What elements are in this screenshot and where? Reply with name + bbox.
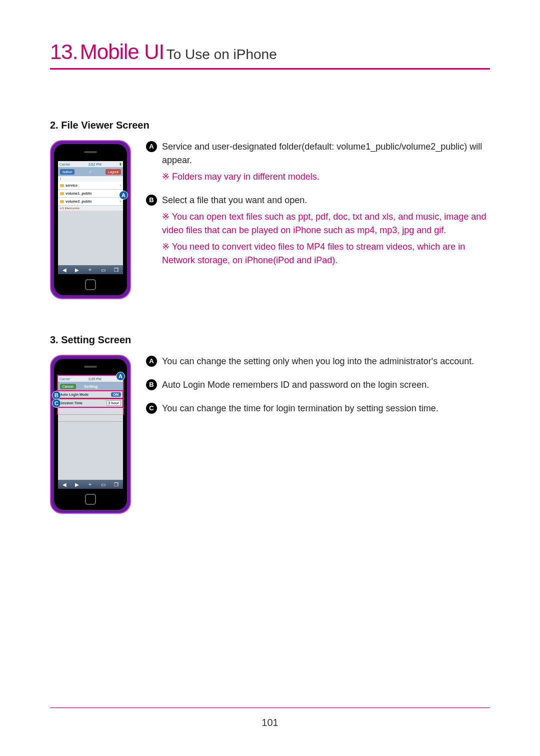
setting-row-auto-login[interactable]: B Auto Login Mode ON bbox=[58, 391, 123, 399]
nav-title: Setting bbox=[84, 384, 98, 389]
time-label: 3:25 PM bbox=[88, 377, 102, 381]
list-item[interactable]: service › bbox=[58, 182, 123, 190]
auto-login-toggle[interactable]: ON bbox=[111, 392, 122, 397]
note: ※ Folders may vary in different models. bbox=[162, 170, 490, 184]
chapter-subtitle: To Use on iPhone bbox=[166, 47, 277, 62]
toolbar-bookmarks-icon[interactable]: ▭ bbox=[101, 267, 106, 273]
nav-bar: Cancel Setting bbox=[58, 382, 123, 391]
session-time-label: Session Time bbox=[60, 401, 82, 405]
chapter-title: 13. Mobile UI To Use on iPhone bbox=[50, 40, 490, 70]
badge-a: A bbox=[146, 141, 157, 152]
folder-icon bbox=[60, 192, 64, 195]
desc-text: You can change the time for login termin… bbox=[162, 403, 438, 413]
desc-text-a: Service and user-designated folder(defau… bbox=[162, 142, 482, 165]
battery-icon: ▮ bbox=[120, 162, 122, 166]
logout-button[interactable]: Logout bbox=[106, 169, 121, 175]
toolbar-add-icon[interactable]: ＋ bbox=[88, 481, 92, 488]
time-label: 3:02 PM bbox=[88, 163, 102, 166]
chapter-number: 13. bbox=[50, 40, 78, 64]
status-bar: Carrier 3:25 PM ▮ bbox=[58, 376, 123, 382]
home-button[interactable] bbox=[85, 279, 96, 290]
brand-footer: LG Electronics bbox=[58, 206, 123, 211]
note: ※ You can open text files such as ppt, p… bbox=[162, 210, 490, 237]
toolbar-tabs-icon[interactable]: ❐ bbox=[114, 267, 118, 273]
phone-speaker bbox=[84, 366, 97, 368]
description-column: A Service and user-designated folder(def… bbox=[146, 140, 490, 277]
back-button[interactable]: button bbox=[60, 169, 74, 175]
nav-title: / bbox=[90, 170, 90, 174]
carrier-label: Carrier bbox=[60, 377, 70, 381]
toolbar-bookmarks-icon[interactable]: ▭ bbox=[101, 482, 106, 487]
page-number: 101 bbox=[262, 717, 278, 728]
nav-bar: button / Logout bbox=[58, 167, 123, 176]
toolbar-back-icon[interactable]: ◀ bbox=[62, 267, 66, 273]
setting-row-session-time[interactable]: C Session Time 2 hour bbox=[58, 399, 123, 408]
chapter-main: Mobile UI bbox=[80, 40, 164, 64]
toolbar: ◀ ▶ ＋ ▭ ❐ bbox=[58, 480, 123, 489]
phone-screen: A Carrier 3:25 PM ▮ Cancel Setting B bbox=[58, 376, 123, 489]
section-heading: 2. File Viewer Screen bbox=[50, 120, 490, 131]
toolbar-tabs-icon[interactable]: ❐ bbox=[114, 482, 118, 487]
page-footer: 101 bbox=[50, 707, 490, 728]
carrier-label: Carrier bbox=[60, 163, 70, 166]
callout-a-marker: A bbox=[119, 191, 128, 200]
description-column: A You can change the setting only when y… bbox=[146, 355, 490, 425]
toolbar-back-icon[interactable]: ◀ bbox=[62, 482, 66, 487]
desc-text-b: Select a file that you want and open. bbox=[162, 195, 307, 205]
section-heading: 3. Setting Screen bbox=[50, 334, 490, 346]
desc-item-c: C You can change the time for login term… bbox=[146, 402, 490, 415]
section-file-viewer: 2. File Viewer Screen Carrier 3:02 PM ▮ … bbox=[50, 120, 490, 299]
note: ※ You need to convert video files to MP4… bbox=[162, 240, 490, 267]
desc-text: You can change the setting only when you… bbox=[162, 356, 474, 366]
list-item[interactable]: volume2_public › bbox=[58, 198, 123, 206]
callout-c-marker: C bbox=[52, 399, 61, 408]
cancel-button[interactable]: Cancel bbox=[60, 384, 76, 389]
toolbar-add-icon[interactable]: ＋ bbox=[88, 266, 92, 273]
toolbar-forward-icon[interactable]: ▶ bbox=[75, 267, 79, 273]
callout-a-marker: A bbox=[116, 372, 125, 381]
toolbar-forward-icon[interactable]: ▶ bbox=[75, 482, 79, 487]
section-setting-screen: 3. Setting Screen A Carrier 3:25 PM ▮ Ca… bbox=[50, 334, 490, 514]
badge-a: A bbox=[146, 356, 157, 367]
badge-c: C bbox=[146, 403, 157, 414]
status-bar: Carrier 3:02 PM ▮ bbox=[58, 161, 123, 167]
folder-icon bbox=[60, 184, 64, 187]
phone-speaker bbox=[84, 151, 97, 153]
desc-item-a: A You can change the setting only when y… bbox=[146, 355, 490, 368]
home-button[interactable] bbox=[85, 494, 96, 505]
badge-b: B bbox=[146, 195, 157, 206]
desc-item-a: A Service and user-designated folder(def… bbox=[146, 140, 490, 184]
chevron-right-icon: › bbox=[120, 183, 121, 188]
phone-mockup-file-viewer: Carrier 3:02 PM ▮ button / Logout / serv… bbox=[50, 140, 131, 299]
breadcrumb: / bbox=[58, 176, 123, 182]
desc-item-b: B Select a file that you want and open. … bbox=[146, 194, 490, 267]
desc-text: Auto Login Mode remembers ID and passwor… bbox=[162, 380, 429, 390]
toolbar: ◀ ▶ ＋ ▭ ❐ bbox=[58, 265, 123, 274]
folder-icon bbox=[60, 200, 64, 203]
chevron-right-icon: › bbox=[120, 199, 121, 204]
session-time-select[interactable]: 2 hour bbox=[106, 400, 121, 406]
list-item[interactable]: volume1_public › A bbox=[58, 190, 123, 198]
setting-row-empty bbox=[58, 415, 123, 422]
phone-mockup-setting: A Carrier 3:25 PM ▮ Cancel Setting B bbox=[50, 355, 131, 514]
badge-b: B bbox=[146, 379, 157, 390]
desc-item-b: B Auto Login Mode remembers ID and passw… bbox=[146, 378, 490, 392]
setting-row-empty bbox=[58, 408, 123, 415]
auto-login-label: Auto Login Mode bbox=[60, 393, 88, 396]
phone-screen: Carrier 3:02 PM ▮ button / Logout / serv… bbox=[58, 161, 123, 274]
